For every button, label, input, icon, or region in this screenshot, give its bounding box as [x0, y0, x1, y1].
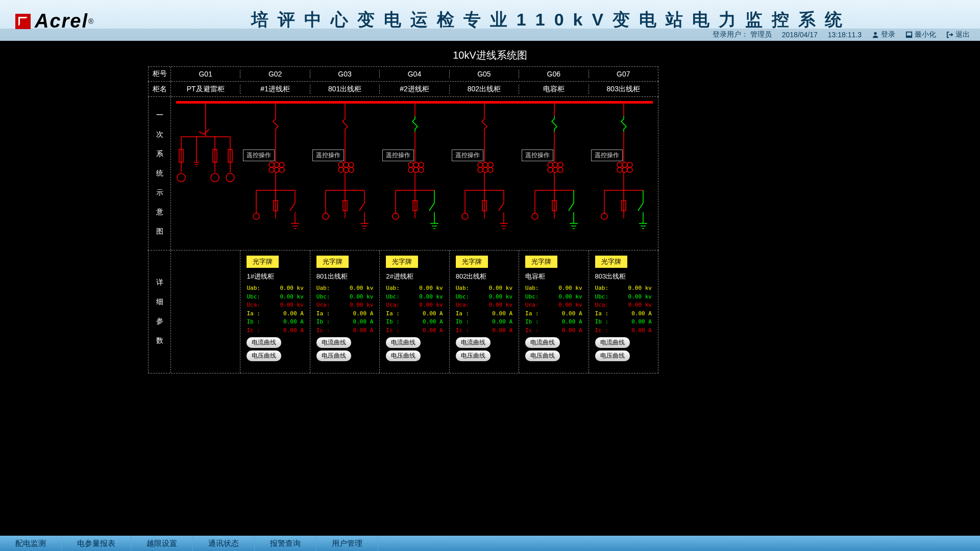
remote-control-button[interactable]: 遥控操作 [382, 149, 414, 161]
uab-row: Uab:0.00 kv [456, 284, 512, 293]
nav-item[interactable]: 越限设置 [131, 536, 193, 551]
svg-point-67 [393, 213, 399, 219]
svg-point-120 [627, 167, 632, 172]
remote-control-button[interactable]: 遥控操作 [312, 149, 344, 161]
svg-point-43 [344, 167, 349, 172]
svg-point-96 [548, 162, 553, 167]
nav-item[interactable]: 报警查询 [255, 536, 316, 551]
cabinet-name: 电容柜 [519, 85, 589, 94]
svg-point-40 [344, 162, 349, 167]
ib-row: Ib :0.00 A [525, 318, 582, 327]
feeder-G05: 遥控操作 [450, 101, 519, 249]
ubc-row: Ubc:0.00 kv [386, 293, 443, 302]
schematic-label: 一次系统示意图 [149, 97, 171, 250]
uca-row: Uca:0.00 kv [386, 301, 443, 310]
svg-point-100 [553, 167, 558, 172]
svg-point-48 [323, 213, 329, 219]
ib-row: Ib :0.00 A [595, 318, 652, 327]
user-label: 登录用户： [713, 30, 748, 38]
light-badge[interactable]: 光字牌 [316, 256, 349, 268]
feeder-G07: 遥控操作 [589, 101, 658, 249]
bottom-nav: 配电监测电参量报表越限设置通讯状态报警查询用户管理 [0, 536, 980, 551]
ubc-row: Ubc:0.00 kv [247, 293, 303, 302]
uab-row: Uab:0.00 kv [247, 284, 303, 293]
voltage-curve-button[interactable]: 电压曲线 [456, 350, 491, 361]
ic-row: Ic :0.00 A [247, 327, 303, 335]
svg-point-60 [419, 162, 424, 167]
light-badge[interactable]: 光字牌 [247, 256, 279, 268]
login-button[interactable]: 登录 [872, 30, 895, 39]
param-cabinet-name: 2#进线柜 [386, 272, 443, 281]
nav-item[interactable]: 通讯状态 [193, 536, 255, 551]
code-row: 柜号 G01G02G03G04G05G06G07 [148, 66, 658, 82]
svg-point-124 [601, 213, 607, 219]
current-curve-button[interactable]: 电流曲线 [316, 337, 351, 348]
exit-button[interactable]: 退出 [946, 30, 970, 39]
current-curve-button[interactable]: 电流曲线 [247, 337, 281, 348]
svg-point-99 [548, 167, 553, 172]
svg-point-59 [413, 162, 419, 167]
svg-point-63 [419, 167, 424, 172]
svg-point-77 [478, 162, 483, 167]
cabinet-code: G04 [380, 70, 449, 78]
cabinet-name: #2进线柜 [380, 85, 449, 94]
header: Acrel® 培评中心变电运检专业110kV变电站电力监控系统 登录用户： 管理… [0, 0, 980, 41]
svg-point-79 [488, 162, 493, 167]
light-badge[interactable]: 光字牌 [386, 256, 418, 268]
svg-point-86 [462, 213, 468, 219]
current-curve-button[interactable]: 电流曲线 [595, 337, 630, 348]
light-badge[interactable]: 光字牌 [525, 256, 557, 268]
nav-item[interactable]: 用户管理 [316, 536, 378, 551]
cabinet-name: 802出线柜 [450, 85, 519, 94]
svg-point-98 [558, 162, 563, 167]
ia-row: Ia :0.00 A [456, 310, 512, 318]
minimize-button[interactable]: 最小化 [905, 30, 936, 39]
ic-row: Ic :0.00 A [595, 327, 652, 335]
current-curve-button[interactable]: 电流曲线 [456, 337, 491, 348]
logo-icon [15, 14, 31, 29]
remote-control-button[interactable]: 遥控操作 [522, 149, 553, 161]
cabinet-name: #1进线柜 [240, 85, 310, 94]
light-badge[interactable]: 光字牌 [456, 256, 488, 268]
params-col: 光字牌 803出线柜 Uab:0.00 kv Ubc:0.00 kv Uca:0… [589, 251, 658, 373]
svg-point-61 [408, 167, 413, 172]
voltage-curve-button[interactable]: 电压曲线 [525, 350, 560, 361]
voltage-curve-button[interactable]: 电压曲线 [316, 350, 351, 361]
exit-icon [946, 31, 953, 38]
svg-point-117 [627, 162, 632, 167]
voltage-curve-button[interactable]: 电压曲线 [595, 350, 630, 361]
nav-item[interactable]: 电参量报表 [62, 536, 131, 551]
uab-row: Uab:0.00 kv [316, 284, 373, 293]
svg-point-97 [553, 162, 558, 167]
remote-control-button[interactable]: 遥控操作 [452, 149, 483, 161]
ic-row: Ic :0.00 A [525, 327, 582, 335]
voltage-curve-button[interactable]: 电压曲线 [386, 350, 421, 361]
schematic-row: 一次系统示意图 遥控操作 遥控操作 [148, 97, 658, 251]
feeder-G04: 遥控操作 [380, 101, 450, 249]
remote-control-button[interactable]: 遥控操作 [591, 149, 623, 161]
minimize-icon [905, 31, 913, 38]
params-col: 光字牌 1#进线柜 Uab:0.00 kv Ubc:0.00 kv Uca:0.… [240, 251, 310, 373]
svg-point-24 [274, 167, 279, 172]
current-curve-button[interactable]: 电流曲线 [525, 337, 560, 348]
ubc-row: Ubc:0.00 kv [525, 293, 582, 302]
ia-row: Ia :0.00 A [316, 310, 373, 318]
diagram-title: 10kV进线系统图 [0, 48, 980, 62]
ubc-row: Ubc:0.00 kv [456, 293, 512, 302]
status-bar: 登录用户： 管理员 2018/04/17 13:18:11.3 登录 最小化 退… [0, 29, 980, 41]
ic-row: Ic :0.00 A [316, 327, 373, 335]
svg-point-81 [483, 167, 488, 172]
param-cabinet-name: 1#进线柜 [247, 272, 303, 281]
uca-row: Uca:0.00 kv [316, 301, 373, 310]
ia-row: Ia :0.00 A [595, 310, 652, 318]
light-badge[interactable]: 光字牌 [595, 256, 627, 268]
voltage-curve-button[interactable]: 电压曲线 [247, 350, 281, 361]
nav-item[interactable]: 配电监测 [0, 536, 62, 551]
current-curve-button[interactable]: 电流曲线 [386, 337, 421, 348]
remote-control-button[interactable]: 遥控操作 [243, 149, 275, 161]
svg-point-116 [622, 162, 627, 167]
svg-point-82 [488, 167, 493, 172]
cabinet-code: G03 [310, 70, 380, 78]
ia-row: Ia :0.00 A [386, 310, 443, 318]
svg-point-119 [622, 167, 627, 172]
